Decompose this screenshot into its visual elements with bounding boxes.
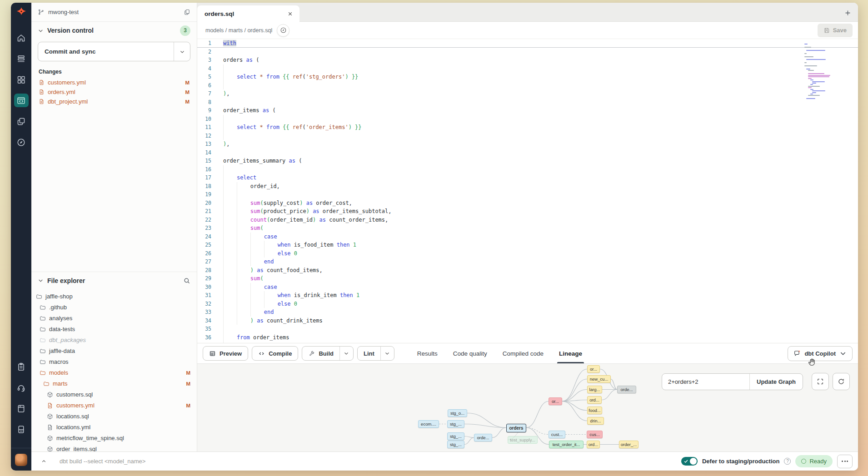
save-button[interactable]: Save [818,24,853,37]
code-line[interactable]: 6 [197,81,858,90]
user-avatar[interactable] [15,454,27,466]
lineage-node-y6[interactable]: drin... [587,417,604,425]
code-line[interactable]: 21 sum(product_price) as order_items_sub… [197,207,858,216]
lineage-node-stg1[interactable]: stg_o... [448,409,467,417]
file-tree-item-data-tests[interactable]: data-tests [31,324,197,335]
lineage-node-stg2[interactable]: stg_... [447,420,464,428]
code-line[interactable]: 26 else 0 [197,249,858,258]
file-tree-item-jaffle-shop[interactable]: jaffle-shop [31,291,197,302]
lint-options-caret[interactable] [380,347,394,360]
code-line[interactable]: 23 sum( [197,224,858,233]
code-line[interactable]: 29 sum( [197,274,858,283]
file-tree-item-analyses[interactable]: analyses [31,313,197,324]
rail-grid-button[interactable] [14,73,29,86]
lineage-node-ecom[interactable]: ecom.... [418,420,439,428]
code-line[interactable]: 24 case [197,233,858,241]
lineage-node-y5[interactable]: food... [587,407,602,414]
code-line[interactable]: 19 [197,190,858,199]
file-tree-item-jaffle-data[interactable]: jaffle-data [31,346,197,357]
file-tree-item-models[interactable]: modelsM [31,367,197,378]
panel-tab-compiled-code[interactable]: Compiled code [503,343,544,363]
command-input[interactable]: dbt build --select <model_name> [60,458,677,465]
new-tab-icon[interactable] [844,9,852,17]
code-line[interactable]: 14 [197,149,858,157]
code-line[interactable]: 8 [197,98,858,107]
refresh-button[interactable] [833,373,850,390]
code-line[interactable]: 9order_items as ( [197,106,858,115]
commit-and-sync-label[interactable]: Commit and sync [38,42,174,61]
code-line[interactable]: 1with [197,39,858,48]
lineage-node-stg3[interactable]: stg_... [447,432,464,440]
changed-file-row[interactable]: orders.ymlM [31,87,197,97]
code-line[interactable]: 35 [197,325,858,333]
panel-tab-lineage[interactable]: Lineage [559,343,582,363]
lint-button[interactable]: Lint [358,347,380,360]
code-line[interactable]: 12 [197,132,858,140]
lineage-node-orp[interactable]: or... [549,397,562,405]
code-line[interactable]: 28 ) as count_food_items, [197,266,858,275]
lineage-node-y4[interactable]: ord... [587,396,602,404]
tab-orders-sql[interactable]: orders.sql [197,5,299,22]
preview-button[interactable]: Preview [203,346,248,361]
rail-clipboard-button[interactable] [14,360,29,373]
file-tree-item-locations-yml[interactable]: locations.yml [31,422,197,433]
rail-develop-button[interactable] [14,94,29,107]
update-graph-button[interactable]: Update Graph [749,374,803,390]
commit-options-caret[interactable] [174,42,190,61]
copy-branch-icon[interactable] [184,9,190,15]
file-tree-item--github[interactable]: .github [31,302,197,313]
dbt-logo-icon[interactable] [15,6,28,19]
lineage-node-y1[interactable]: or... [587,365,600,373]
build-options-caret[interactable] [339,347,353,360]
code-line[interactable]: 27 end [197,258,858,266]
code-line[interactable]: 17 select [197,174,858,182]
file-tree-item-customers-sql[interactable]: customers.sql [31,389,197,400]
close-tab-icon[interactable] [287,11,293,17]
code-line[interactable]: 32 else 0 [197,300,858,308]
lineage-node-y8[interactable]: order_... [619,441,639,448]
file-tree-item-dbt-packages[interactable]: dbt_packages [31,335,197,346]
code-line[interactable]: 22 count(order_item_id) as count_order_i… [197,216,858,224]
lineage-node-y7[interactable]: ord... [587,441,600,448]
minimap[interactable] [803,44,836,101]
rail-headset-button[interactable] [14,381,29,394]
code-line[interactable]: 18 order_id, [197,182,858,191]
fullscreen-button[interactable] [812,373,829,390]
lineage-node-cusp[interactable]: cus... [587,431,603,438]
panel-tab-results[interactable]: Results [417,343,438,363]
panel-tab-code-quality[interactable]: Code quality [453,343,487,363]
lineage-node-y2[interactable]: new_cu... [587,375,611,383]
help-icon[interactable]: ? [784,458,791,465]
code-line[interactable]: 33 end [197,308,858,317]
lineage-node-gray1[interactable]: orde... [617,386,636,393]
file-tree-item-customers-yml[interactable]: customers.ymlM [31,400,197,411]
code-line[interactable]: 25 when is_food_item then 1 [197,241,858,249]
code-line[interactable]: 30 case [197,283,858,292]
rail-compass-button[interactable] [14,135,29,149]
lineage-node-orders[interactable]: orders [506,424,526,432]
code-line[interactable]: 5 select * from {{ ref('stg_orders') }} [197,73,858,81]
file-tree-item-order-items-sql[interactable]: order_items.sql [31,444,197,452]
code-line[interactable]: 10 [197,115,858,124]
code-line[interactable]: 3orders as ( [197,56,858,64]
changed-file-row[interactable]: dbt_project.ymlM [31,97,197,106]
build-button[interactable]: Build [302,347,339,360]
dbt-copilot-button[interactable]: dbt Copilot [788,346,853,361]
code-editor[interactable]: 1with23orders as (4 5 select * from {{ r… [197,39,858,343]
defer-toggle[interactable] [681,457,698,466]
expand-command-panel-button[interactable] [39,456,49,466]
code-line[interactable]: 13), [197,140,858,149]
file-explorer-header[interactable]: File explorer [31,272,197,289]
code-line[interactable]: 20 sum(supply_cost) as order_cost, [197,199,858,208]
code-line[interactable]: 15order_items_summary as ( [197,157,858,165]
code-line[interactable]: 4 [197,64,858,73]
file-tree-item-locations-sql[interactable]: locations.sql [31,411,197,422]
code-line[interactable]: 16 [197,165,858,174]
search-icon[interactable] [183,277,190,284]
lineage-node-orde1[interactable]: orde... [474,434,492,441]
code-line[interactable]: 34 ) as count_drink_items [197,317,858,325]
code-line[interactable]: 2 [197,48,858,56]
file-tree-item-marts[interactable]: martsM [31,378,197,389]
rail-notebook-button[interactable] [14,402,29,415]
rail-stack-button[interactable] [14,52,29,65]
